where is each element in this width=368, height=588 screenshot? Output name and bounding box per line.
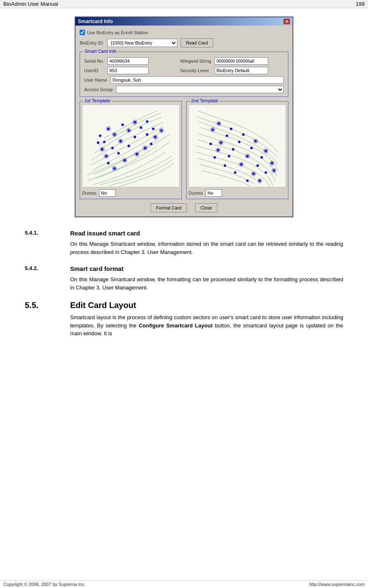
svg-point-25 bbox=[127, 129, 130, 132]
header-title: BioAdmin User Manual bbox=[3, 1, 58, 7]
bioentry-id-row: BioEntry ID: [1050] New BioEntry Read Ca… bbox=[80, 38, 288, 47]
userid-input[interactable] bbox=[107, 67, 149, 74]
wiegand-string-label: Wiegand String bbox=[180, 59, 211, 64]
svg-point-5 bbox=[136, 153, 138, 155]
username-input[interactable] bbox=[111, 76, 284, 84]
svg-point-54 bbox=[264, 150, 267, 152]
svg-point-20 bbox=[146, 133, 149, 136]
svg-point-74 bbox=[273, 169, 275, 172]
svg-point-57 bbox=[217, 149, 219, 151]
svg-point-47 bbox=[255, 140, 257, 142]
svg-point-60 bbox=[246, 155, 249, 158]
svg-point-49 bbox=[238, 141, 241, 143]
svg-point-38 bbox=[107, 127, 110, 130]
duress2-input[interactable] bbox=[205, 189, 222, 197]
svg-point-64 bbox=[271, 162, 273, 165]
section-5-5-title: Edit Card Layout bbox=[70, 301, 343, 310]
section-5-4-2-content: Smart card format On this Manage Smartca… bbox=[70, 265, 343, 296]
section-5-5-body: Smartcard layout is the process of defin… bbox=[70, 313, 343, 338]
fingerprint1-canvas bbox=[82, 105, 179, 187]
use-bioentry-checkbox[interactable] bbox=[80, 30, 85, 35]
section-5-5-content: Edit Card Layout Smartcard layout is the… bbox=[70, 301, 343, 342]
svg-point-53 bbox=[250, 147, 253, 149]
footer-bar: Copyright © 2006, 2007 by Suprema Inc. h… bbox=[0, 580, 368, 588]
smart-card-info-title: Smart Card Info bbox=[83, 49, 118, 54]
duress1-row: Duress bbox=[82, 189, 179, 197]
access-group-select[interactable] bbox=[116, 86, 284, 93]
svg-point-72 bbox=[234, 171, 236, 174]
svg-point-70 bbox=[252, 172, 255, 175]
svg-point-43 bbox=[212, 128, 214, 131]
svg-point-66 bbox=[257, 165, 259, 167]
userid-label: UserID bbox=[84, 68, 104, 73]
serial-no-input[interactable] bbox=[107, 57, 149, 65]
section-5-4-1-content: Read issued smart card On this Manage Sm… bbox=[70, 230, 343, 260]
duress2-row: Duress bbox=[189, 189, 286, 197]
svg-point-62 bbox=[228, 155, 230, 158]
security-level-label: Security Level bbox=[180, 68, 211, 73]
svg-point-29 bbox=[113, 133, 116, 136]
svg-point-56 bbox=[232, 148, 234, 151]
template2-title: 2nd Template bbox=[190, 98, 219, 103]
section-5-4-1-title: Read issued smart card bbox=[70, 230, 343, 237]
svg-point-50 bbox=[219, 141, 222, 144]
fingerprint2-svg bbox=[189, 105, 285, 187]
svg-point-63 bbox=[214, 156, 216, 159]
format-card-button[interactable]: Format Card bbox=[151, 203, 187, 212]
dialog-title: Smartcard Info bbox=[78, 19, 113, 24]
username-label: User Name bbox=[84, 78, 107, 82]
svg-point-8 bbox=[105, 155, 108, 158]
svg-point-0 bbox=[113, 167, 116, 169]
section-5-4-2-body: On this Manage Smartcard window, the for… bbox=[70, 275, 343, 292]
svg-point-4 bbox=[107, 162, 110, 165]
header-bar: BioAdmin User Manual 199 bbox=[0, 0, 368, 8]
svg-point-10 bbox=[127, 145, 130, 147]
template1-title: 1st Template bbox=[83, 98, 111, 103]
svg-point-69 bbox=[224, 165, 226, 167]
section-5-4-1-number: 5.4.1. bbox=[25, 230, 58, 260]
use-bioentry-row: Use BioEntry as Enroll Station bbox=[80, 30, 288, 35]
svg-point-32 bbox=[160, 129, 163, 132]
close-button[interactable]: Close bbox=[195, 203, 217, 212]
username-row: User Name bbox=[84, 76, 284, 84]
template2-box: 2nd Template bbox=[186, 101, 288, 199]
section-5-4-2-title: Smart card format bbox=[70, 265, 343, 272]
dialog-body: Use BioEntry as Enroll Station BioEntry … bbox=[75, 26, 293, 216]
wiegand-string-input[interactable] bbox=[215, 57, 268, 65]
footer-website: http://www.supremainc.com bbox=[309, 582, 365, 587]
section-5-4-2-number: 5.4.2. bbox=[25, 265, 58, 296]
security-level-input[interactable] bbox=[215, 67, 268, 74]
smart-card-info-group: Smart Card Info Serial No. Wiegand Strin… bbox=[80, 52, 288, 97]
svg-point-22 bbox=[154, 136, 156, 138]
dialog-titlebar: Smartcard Info ✕ bbox=[75, 17, 293, 26]
svg-point-2 bbox=[123, 159, 126, 162]
footer-copyright: Copyright © 2006, 2007 by Suprema Inc. bbox=[3, 582, 86, 587]
svg-point-59 bbox=[260, 156, 263, 159]
svg-point-76 bbox=[246, 179, 249, 182]
svg-point-37 bbox=[121, 124, 124, 126]
access-group-label: Access Group bbox=[84, 87, 113, 92]
section-5-4-1-body: On this Manage Smartcard window, informa… bbox=[70, 240, 343, 256]
svg-point-40 bbox=[217, 122, 220, 125]
main-content: Smartcard Info ✕ Use BioEntry as Enroll … bbox=[0, 8, 368, 353]
svg-point-77 bbox=[258, 179, 261, 182]
section-5-4-2: 5.4.2. Smart card format On this Manage … bbox=[25, 265, 343, 296]
section-5-5-number: 5.5. bbox=[25, 301, 58, 342]
access-group-row: Access Group bbox=[84, 86, 284, 93]
svg-point-45 bbox=[242, 133, 245, 136]
read-card-button[interactable]: Read Card bbox=[181, 38, 213, 47]
svg-point-73 bbox=[264, 171, 267, 174]
duress1-input[interactable] bbox=[99, 189, 116, 197]
dialog-wrapper: Smartcard Info ✕ Use BioEntry as Enroll … bbox=[25, 16, 343, 217]
fingerprint1-svg bbox=[83, 105, 179, 187]
svg-point-11 bbox=[144, 147, 146, 149]
svg-point-42 bbox=[230, 127, 232, 130]
templates-row: 1st Template bbox=[80, 101, 288, 199]
bioentry-id-select[interactable]: [1050] New BioEntry bbox=[107, 39, 177, 47]
svg-point-46 bbox=[226, 134, 228, 137]
dialog-close-button[interactable]: ✕ bbox=[283, 19, 290, 24]
svg-point-21 bbox=[103, 141, 106, 143]
svg-point-67 bbox=[240, 163, 243, 166]
svg-point-31 bbox=[99, 134, 101, 137]
svg-point-7 bbox=[117, 152, 120, 155]
